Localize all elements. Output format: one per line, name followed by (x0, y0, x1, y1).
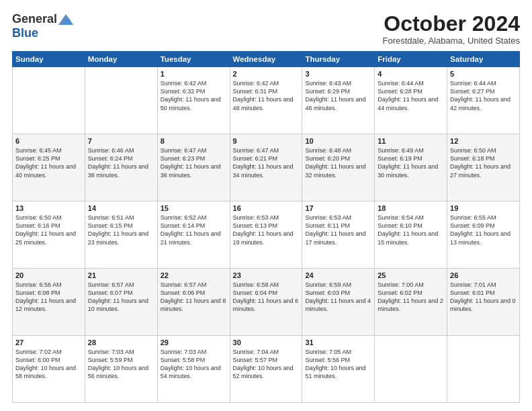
day-number: 17 (305, 204, 371, 212)
location: Forestdale, Alabama, United States (382, 36, 520, 46)
calendar-cell: 8Sunrise: 6:47 AM Sunset: 6:23 PM Daylig… (157, 134, 230, 201)
cell-details: Sunrise: 7:02 AM Sunset: 6:00 PM Dayligh… (15, 348, 82, 381)
weekday-header: Sunday (13, 52, 85, 67)
calendar-cell (85, 67, 157, 134)
cell-details: Sunrise: 7:03 AM Sunset: 5:58 PM Dayligh… (161, 348, 227, 381)
cell-details: Sunrise: 6:43 AM Sunset: 6:29 PM Dayligh… (305, 79, 371, 112)
cell-details: Sunrise: 6:50 AM Sunset: 6:16 PM Dayligh… (15, 214, 82, 246)
calendar-cell: 10Sunrise: 6:48 AM Sunset: 6:20 PM Dayli… (302, 134, 375, 201)
day-number: 26 (450, 271, 517, 279)
cell-details: Sunrise: 6:53 AM Sunset: 6:13 PM Dayligh… (233, 214, 300, 246)
day-number: 25 (378, 271, 444, 279)
cell-details: Sunrise: 7:01 AM Sunset: 6:01 PM Dayligh… (450, 281, 517, 314)
cell-details: Sunrise: 6:53 AM Sunset: 6:11 PM Dayligh… (305, 214, 371, 246)
logo-text: General (12, 12, 73, 26)
calendar-cell: 5Sunrise: 6:44 AM Sunset: 6:27 PM Daylig… (447, 67, 520, 134)
day-number: 13 (15, 204, 82, 212)
day-number: 31 (305, 338, 371, 347)
logo-blue-text: Blue (12, 26, 38, 40)
cell-details: Sunrise: 6:45 AM Sunset: 6:25 PM Dayligh… (15, 146, 82, 179)
logo: General Blue (12, 12, 73, 40)
day-number: 14 (88, 204, 154, 212)
day-number: 4 (378, 70, 444, 78)
cell-details: Sunrise: 6:54 AM Sunset: 6:10 PM Dayligh… (378, 214, 444, 246)
day-number: 24 (305, 271, 371, 279)
cell-details: Sunrise: 7:03 AM Sunset: 5:59 PM Dayligh… (88, 348, 154, 381)
calendar-cell: 22Sunrise: 6:57 AM Sunset: 6:06 PM Dayli… (157, 269, 230, 336)
cell-details: Sunrise: 6:56 AM Sunset: 6:08 PM Dayligh… (15, 281, 82, 314)
cell-details: Sunrise: 6:58 AM Sunset: 6:04 PM Dayligh… (233, 281, 300, 314)
calendar-cell: 25Sunrise: 7:00 AM Sunset: 6:02 PM Dayli… (375, 269, 447, 336)
day-number: 21 (88, 271, 154, 279)
cell-details: Sunrise: 6:48 AM Sunset: 6:20 PM Dayligh… (305, 146, 371, 179)
day-number: 11 (378, 137, 444, 145)
calendar-week-row: 27Sunrise: 7:02 AM Sunset: 6:00 PM Dayli… (13, 336, 520, 403)
logo-general: General (12, 12, 57, 26)
cell-details: Sunrise: 6:42 AM Sunset: 6:31 PM Dayligh… (233, 79, 300, 112)
day-number: 18 (378, 204, 444, 212)
day-number: 30 (233, 338, 300, 347)
cell-details: Sunrise: 6:46 AM Sunset: 6:24 PM Dayligh… (88, 146, 154, 179)
cell-details: Sunrise: 6:44 AM Sunset: 6:28 PM Dayligh… (378, 79, 444, 112)
calendar-cell: 14Sunrise: 6:51 AM Sunset: 6:15 PM Dayli… (85, 201, 157, 269)
day-number: 9 (233, 137, 300, 145)
calendar-table: SundayMondayTuesdayWednesdayThursdayFrid… (12, 51, 520, 403)
cell-details: Sunrise: 7:00 AM Sunset: 6:02 PM Dayligh… (378, 281, 444, 314)
day-number: 1 (161, 70, 227, 78)
cell-details: Sunrise: 6:47 AM Sunset: 6:21 PM Dayligh… (233, 146, 300, 179)
calendar-cell: 11Sunrise: 6:49 AM Sunset: 6:19 PM Dayli… (375, 134, 447, 201)
cell-details: Sunrise: 6:44 AM Sunset: 6:27 PM Dayligh… (450, 79, 517, 112)
calendar-cell: 12Sunrise: 6:50 AM Sunset: 6:18 PM Dayli… (447, 134, 520, 201)
day-number: 6 (15, 137, 82, 145)
calendar-cell: 2Sunrise: 6:42 AM Sunset: 6:31 PM Daylig… (230, 67, 302, 134)
calendar-week-row: 1Sunrise: 6:42 AM Sunset: 6:32 PM Daylig… (13, 67, 520, 134)
day-number: 12 (450, 137, 517, 145)
calendar-cell: 17Sunrise: 6:53 AM Sunset: 6:11 PM Dayli… (302, 201, 375, 269)
page: General Blue October 2024 Forestdale, Al… (0, 0, 532, 411)
calendar-cell: 15Sunrise: 6:52 AM Sunset: 6:14 PM Dayli… (157, 201, 230, 269)
title-area: October 2024 Forestdale, Alabama, United… (382, 12, 520, 46)
calendar-cell (447, 336, 520, 403)
day-number: 5 (450, 70, 517, 78)
calendar-cell: 9Sunrise: 6:47 AM Sunset: 6:21 PM Daylig… (230, 134, 302, 201)
day-number: 15 (161, 204, 227, 212)
calendar-cell: 18Sunrise: 6:54 AM Sunset: 6:10 PM Dayli… (375, 201, 447, 269)
calendar-cell: 29Sunrise: 7:03 AM Sunset: 5:58 PM Dayli… (157, 336, 230, 403)
calendar-cell: 24Sunrise: 6:59 AM Sunset: 6:03 PM Dayli… (302, 269, 375, 336)
calendar-cell: 31Sunrise: 7:05 AM Sunset: 5:56 PM Dayli… (302, 336, 375, 403)
calendar-cell: 6Sunrise: 6:45 AM Sunset: 6:25 PM Daylig… (13, 134, 85, 201)
day-number: 16 (233, 204, 300, 212)
calendar-cell: 1Sunrise: 6:42 AM Sunset: 6:32 PM Daylig… (157, 67, 230, 134)
weekday-header: Monday (85, 52, 157, 67)
month-title: October 2024 (382, 12, 520, 36)
calendar-cell: 26Sunrise: 7:01 AM Sunset: 6:01 PM Dayli… (447, 269, 520, 336)
weekday-header: Friday (375, 52, 447, 67)
calendar-cell: 23Sunrise: 6:58 AM Sunset: 6:04 PM Dayli… (230, 269, 302, 336)
cell-details: Sunrise: 7:05 AM Sunset: 5:56 PM Dayligh… (305, 348, 371, 381)
calendar-cell: 28Sunrise: 7:03 AM Sunset: 5:59 PM Dayli… (85, 336, 157, 403)
calendar-cell: 20Sunrise: 6:56 AM Sunset: 6:08 PM Dayli… (13, 269, 85, 336)
day-number: 23 (233, 271, 300, 279)
day-number: 27 (15, 338, 82, 347)
day-number: 19 (450, 204, 517, 212)
weekday-header-row: SundayMondayTuesdayWednesdayThursdayFrid… (13, 52, 520, 67)
cell-details: Sunrise: 6:49 AM Sunset: 6:19 PM Dayligh… (378, 146, 444, 179)
day-number: 28 (88, 338, 154, 347)
calendar-cell: 21Sunrise: 6:57 AM Sunset: 6:07 PM Dayli… (85, 269, 157, 336)
weekday-header: Saturday (447, 52, 520, 67)
calendar-cell: 13Sunrise: 6:50 AM Sunset: 6:16 PM Dayli… (13, 201, 85, 269)
day-number: 20 (15, 271, 82, 279)
cell-details: Sunrise: 6:50 AM Sunset: 6:18 PM Dayligh… (450, 146, 517, 179)
calendar-cell: 27Sunrise: 7:02 AM Sunset: 6:00 PM Dayli… (13, 336, 85, 403)
calendar-cell: 3Sunrise: 6:43 AM Sunset: 6:29 PM Daylig… (302, 67, 375, 134)
weekday-header: Tuesday (157, 52, 230, 67)
calendar-cell: 19Sunrise: 6:55 AM Sunset: 6:09 PM Dayli… (447, 201, 520, 269)
logo-icon (58, 14, 73, 25)
weekday-header: Thursday (302, 52, 375, 67)
header: General Blue October 2024 Forestdale, Al… (12, 12, 520, 46)
calendar-cell (13, 67, 85, 134)
day-number: 29 (161, 338, 227, 347)
cell-details: Sunrise: 6:47 AM Sunset: 6:23 PM Dayligh… (161, 146, 227, 179)
calendar-cell: 7Sunrise: 6:46 AM Sunset: 6:24 PM Daylig… (85, 134, 157, 201)
cell-details: Sunrise: 6:59 AM Sunset: 6:03 PM Dayligh… (305, 281, 371, 314)
